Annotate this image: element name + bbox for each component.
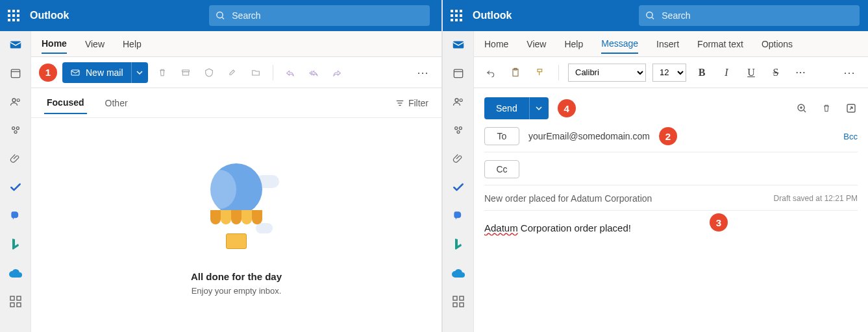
filter-button[interactable]: Filter [395, 98, 428, 108]
new-mail-button[interactable]: New mail [62, 62, 148, 83]
archive-icon[interactable] [177, 64, 195, 82]
calendar-icon[interactable] [451, 66, 465, 80]
body: Home View Help Message Insert Format tex… [443, 31, 868, 332]
onedrive-icon[interactable] [451, 266, 465, 280]
svg-point-9 [14, 131, 17, 134]
outlook-window-inbox: Outlook ⋯ Home View [0, 0, 443, 332]
inbox-header: Focused Other Filter [31, 88, 441, 118]
forward-icon[interactable] [328, 64, 346, 82]
titlebar: Outlook ⋯ [0, 0, 441, 31]
svg-rect-12 [10, 303, 14, 307]
tab-view[interactable]: View [527, 35, 546, 53]
app-launcher-icon[interactable] [8, 8, 19, 23]
groups-icon[interactable] [451, 123, 465, 137]
tab-help[interactable]: Help [123, 35, 142, 53]
tab-view[interactable]: View [85, 35, 105, 53]
mail-plus-icon [70, 67, 81, 78]
todo-icon[interactable] [8, 180, 23, 195]
svg-rect-2 [10, 42, 21, 49]
underline-button[interactable]: U [742, 64, 760, 82]
body: Home View Help 1 New mail [0, 31, 441, 332]
bing-icon[interactable] [8, 237, 23, 252]
org-icon[interactable] [451, 209, 465, 223]
svg-point-7 [12, 127, 14, 130]
move-icon[interactable] [247, 64, 265, 82]
ribbon-divider [273, 65, 273, 80]
empty-state: All done for the day Enjoy your empty in… [31, 118, 441, 332]
attachment-icon[interactable] [8, 152, 23, 166]
svg-point-5 [12, 99, 16, 102]
tab-help[interactable]: Help [564, 35, 583, 53]
discard-icon[interactable] [820, 102, 833, 115]
send-main[interactable]: Send [484, 97, 529, 119]
zoom-icon[interactable] [795, 102, 808, 115]
tab-insert[interactable]: Insert [656, 35, 679, 53]
send-row: Send 4 [484, 97, 858, 119]
search-wrapper [639, 5, 860, 26]
report-icon[interactable] [200, 64, 218, 82]
mail-icon[interactable] [451, 38, 465, 52]
font-name-select[interactable]: Calibri [568, 64, 646, 82]
svg-rect-10 [10, 296, 14, 300]
send-caret[interactable] [529, 97, 549, 119]
strikethrough-button[interactable]: S [767, 64, 785, 82]
reply-all-icon[interactable] [304, 64, 323, 82]
left-rail [0, 31, 31, 332]
search-box[interactable] [209, 5, 430, 26]
people-icon[interactable] [8, 95, 23, 109]
new-mail-caret[interactable] [131, 62, 148, 83]
sweep-icon[interactable] [223, 64, 242, 82]
ribbon-more-icon[interactable]: ⋯ [839, 65, 860, 80]
calendar-icon[interactable] [8, 66, 23, 80]
tab-home[interactable]: Home [484, 35, 508, 53]
bold-button[interactable]: B [693, 64, 711, 82]
svg-line-37 [804, 110, 806, 112]
font-size-select[interactable]: 12 [652, 64, 686, 82]
more-apps-icon[interactable] [451, 294, 465, 309]
search-input[interactable] [660, 10, 853, 21]
format-more-icon[interactable]: ⋯ [791, 64, 810, 82]
undo-icon[interactable] [482, 64, 500, 82]
tab-home[interactable]: Home [42, 34, 67, 54]
attachment-icon[interactable] [451, 152, 465, 166]
org-icon[interactable] [8, 209, 23, 223]
bcc-link[interactable]: Bcc [843, 132, 858, 141]
popout-icon[interactable] [845, 102, 858, 115]
search-input[interactable] [230, 10, 423, 21]
tab-format-text[interactable]: Format text [697, 35, 743, 53]
compose-area: Send 4 To yourEmail@somedomain.com 2 Bcc [474, 88, 868, 332]
tab-focused[interactable]: Focused [44, 92, 87, 114]
tab-options[interactable]: Options [762, 35, 793, 53]
todo-icon[interactable] [451, 180, 465, 195]
cc-button[interactable]: Cc [484, 160, 519, 178]
message-body[interactable]: Adatum Corporation order placed! [484, 219, 858, 233]
subject-input[interactable]: New order placed for Adatum Corporation [484, 193, 652, 204]
to-button[interactable]: To [484, 127, 519, 145]
app-launcher-icon[interactable] [451, 8, 462, 23]
ribbon-more-icon[interactable]: ⋯ [413, 65, 434, 80]
format-painter-icon[interactable] [531, 64, 549, 82]
svg-rect-13 [17, 303, 21, 307]
groups-icon[interactable] [8, 123, 23, 137]
reply-icon[interactable] [281, 64, 299, 82]
tab-message[interactable]: Message [601, 34, 638, 54]
search-box[interactable] [639, 5, 860, 26]
search-icon [216, 10, 225, 21]
more-apps-icon[interactable] [8, 294, 23, 309]
bing-icon[interactable] [451, 237, 465, 252]
send-button[interactable]: Send [484, 97, 549, 119]
to-value[interactable]: yourEmail@somedomain.com [528, 131, 650, 141]
mail-icon[interactable] [8, 38, 23, 52]
new-mail-main[interactable]: New mail [62, 62, 131, 83]
tab-other[interactable]: Other [103, 93, 130, 113]
svg-rect-14 [71, 70, 79, 75]
chevron-down-icon [536, 105, 542, 112]
paste-icon[interactable] [506, 64, 525, 82]
delete-icon[interactable] [153, 64, 171, 82]
italic-button[interactable]: I [717, 64, 736, 82]
svg-rect-3 [11, 69, 19, 78]
people-icon[interactable] [451, 95, 465, 109]
callout-marker-3: 3 [710, 213, 728, 231]
subject-row: New order placed for Adatum Corporation … [484, 193, 858, 211]
onedrive-icon[interactable] [8, 266, 23, 280]
